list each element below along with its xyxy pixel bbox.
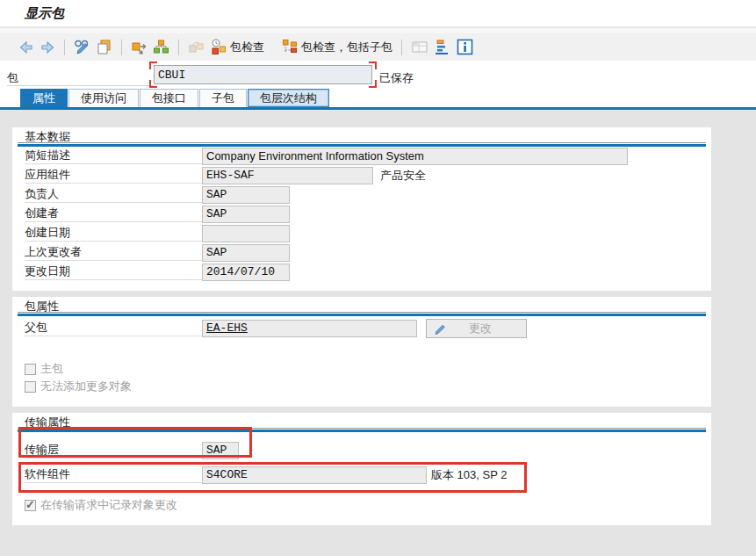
package-check-subpackages-label: 包检查，包括子包 [301,40,392,55]
main-package-checkbox-row[interactable]: 主包 [25,361,63,377]
no-more-objects-checkbox-label: 无法添加更多对象 [40,379,132,394]
last-changed-by-field[interactable]: SAP [202,244,290,262]
toolbar-separator [401,40,402,55]
created-by-label: 创建者 [25,206,202,222]
section-rule [18,312,706,313]
record-changes-checkbox-row[interactable]: 在传输请求中记录对象更改 [25,497,177,513]
software-component-label: 软件组件 [25,466,202,483]
package-check-subpackages-icon [282,39,299,55]
software-component-field[interactable]: S4CORE [202,466,427,484]
forward-icon [40,40,55,55]
application-component-label: 应用组件 [25,167,202,184]
sort-icon [434,39,451,55]
section-basic-data: 基本数据 简短描述 Company Environment Informatio… [12,127,711,291]
section-accent-line [18,144,706,147]
package-check-icon [210,39,227,55]
tab-package-interface[interactable]: 包接口 [140,89,198,107]
package-input[interactable] [154,65,372,84]
package-label-underline [7,85,153,86]
change-button-label: 更改 [447,321,514,336]
toolbar-separator [178,40,179,55]
copy-icon [96,39,112,55]
section-accent-line [18,430,706,432]
package-check-subpackages-button[interactable]: 包检查，包括子包 [279,38,395,57]
person-responsible-field[interactable]: SAP [202,186,290,204]
main-package-checkbox-label: 主包 [40,361,63,377]
forward-button[interactable] [37,38,58,57]
created-by-field[interactable]: SAP [202,206,290,223]
info-icon [457,39,473,55]
package-check-button[interactable]: 包检查 [207,38,267,57]
hierarchy-icon [153,39,169,55]
changed-on-field[interactable]: 2014/07/10 [202,264,290,281]
tab-package-hierarchy[interactable]: 包层次结构 [248,89,329,107]
superpackage-label: 父包 [25,320,202,336]
table-view-icon [411,39,428,55]
superpackage-field[interactable]: EA-EHS [202,320,417,337]
sort-button[interactable] [431,38,454,57]
content-area: 基本数据 简短描述 Company Environment Informatio… [0,110,756,556]
last-changed-by-label: 上次更改者 [25,244,202,261]
move-icon [131,39,148,55]
record-changes-checkbox[interactable] [25,500,36,511]
main-package-checkbox[interactable] [25,364,36,375]
move-button[interactable] [128,38,150,57]
page-title: 显示包 [25,5,64,22]
application-component-field[interactable]: EHS-SAF [202,167,373,184]
display-change-button[interactable] [71,38,93,57]
table-view-button[interactable] [408,38,431,57]
section-accent-line [18,314,706,316]
transport-layer-field[interactable]: SAP [202,442,239,459]
no-more-objects-checkbox[interactable] [25,381,36,393]
tab-subpackages[interactable]: 子包 [199,89,247,107]
check-objects-icon [188,39,205,55]
toolbar-separator [121,40,122,55]
saved-status: 已保存 [379,70,414,86]
change-button[interactable]: 更改 [426,319,527,338]
short-description-label: 简短描述 [25,148,202,164]
superpackage-link[interactable]: EA-EHS [206,321,248,335]
record-changes-checkbox-label: 在传输请求中记录对象更改 [40,497,177,513]
person-responsible-label: 负责人 [25,186,202,203]
back-button[interactable] [16,38,37,57]
pencil-icon [434,322,447,336]
short-description-field[interactable]: Company Environment Information System [202,148,628,165]
package-check-label: 包检查 [230,40,264,55]
back-icon [18,40,34,55]
package-field-label: 包 [7,70,18,86]
tab-properties[interactable]: 属性 [20,89,68,107]
check-objects-button[interactable] [185,38,207,57]
tab-strip: 属性 使用访问 包接口 子包 包层次结构 [20,89,330,107]
application-component-description: 产品安全 [380,167,426,184]
created-on-field[interactable] [202,225,290,242]
toolbar-separator [64,40,65,55]
display-change-icon [74,39,90,55]
copy-button[interactable] [93,38,115,57]
section-rule [18,142,706,143]
created-on-label: 创建日期 [25,225,202,242]
section-rule [18,428,706,429]
application-toolbar: 包检查 包检查，包括子包 [0,33,756,61]
window-titlebar: 显示包 [0,0,756,27]
transport-layer-label: 传输层 [25,442,202,459]
info-button[interactable] [454,38,476,57]
changed-on-label: 更改日期 [25,264,202,280]
tab-use-accesses[interactable]: 使用访问 [68,89,139,107]
section-package-attributes: 包属性 父包 EA-EHS 更改 主包 无法添加更多对象 [12,297,711,407]
section-transport-attributes: 传输属性 传输层 SAP 软件组件 S4CORE 版本 103, SP 2 在传… [12,413,711,525]
software-component-version: 版本 103, SP 2 [431,466,507,484]
no-more-objects-checkbox-row[interactable]: 无法添加更多对象 [25,379,132,394]
header-area: 包 已保存 属性 使用访问 包接口 子包 包层次结构 [0,61,756,110]
hierarchy-button[interactable] [150,38,172,57]
